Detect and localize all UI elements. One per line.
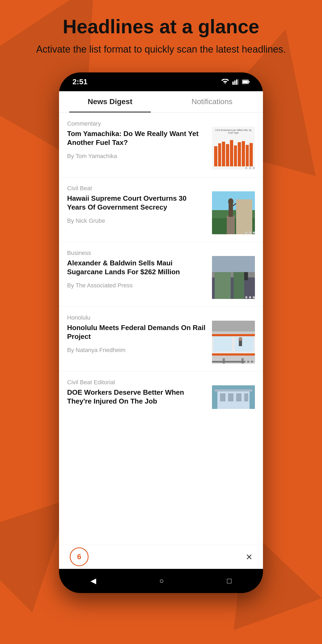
page-subtitle: Activate the list format to quickly scan… — [21, 43, 301, 56]
dot — [253, 167, 255, 169]
news-headline-3: Alexander & Baldwin Sells Maui Sugarcane… — [67, 259, 207, 277]
statue-svg — [212, 191, 255, 234]
dot — [249, 232, 251, 234]
chart-placeholder: CO2 Emissions per Million Btu, by Fuel T… — [212, 127, 255, 170]
doe-svg — [212, 385, 255, 409]
tab-news-digest[interactable]: News Digest — [59, 91, 161, 112]
more-dots-4[interactable] — [245, 361, 255, 363]
phone-device: 2:51 — [59, 72, 263, 593]
dot — [245, 232, 247, 234]
chart-bar — [242, 141, 245, 166]
chart-bar — [214, 146, 217, 166]
more-dots-3[interactable] — [245, 296, 255, 298]
dot — [253, 361, 255, 363]
news-category-5: Civil Beat Editorial — [67, 379, 207, 386]
dot — [245, 167, 247, 169]
news-item-2[interactable]: Civil Beat Hawaii Supreme Court Overturn… — [59, 177, 263, 242]
news-image-5 — [212, 385, 255, 409]
bottom-bar: 6 × — [59, 545, 263, 569]
dot — [249, 167, 251, 169]
news-image-2 — [212, 191, 255, 234]
news-text-1: Commentary Tom Yamachika: Do We Really W… — [67, 120, 207, 160]
chart-bar — [246, 145, 249, 166]
dot — [245, 361, 247, 363]
news-item-5[interactable]: Civil Beat Editorial DOE Workers Deserve… — [59, 371, 263, 409]
news-author-4: By Natanya Friedheim — [67, 347, 207, 354]
dot — [249, 361, 251, 363]
svg-rect-43 — [244, 393, 248, 401]
news-image-4 — [212, 321, 255, 364]
rail-svg — [212, 321, 255, 364]
svg-rect-5 — [249, 81, 250, 83]
news-author-3: By The Associated Press — [67, 282, 207, 289]
svg-rect-3 — [238, 79, 239, 85]
status-bar: 2:51 — [59, 72, 263, 91]
page-title: Headlines at a glance — [21, 16, 301, 37]
news-category-4: Honolulu — [67, 314, 207, 321]
chart-bar — [218, 143, 221, 166]
svg-rect-32 — [212, 353, 255, 356]
svg-rect-44 — [215, 389, 252, 391]
svg-rect-18 — [233, 272, 244, 299]
news-item-3[interactable]: Business Alexander & Baldwin Sells Maui … — [59, 242, 263, 307]
svg-point-37 — [239, 337, 242, 341]
svg-rect-0 — [232, 82, 234, 85]
back-button[interactable]: ◀ — [90, 576, 96, 585]
news-headline-2: Hawaii Supreme Court Overturns 30 Years … — [67, 194, 207, 212]
news-headline-5: DOE Workers Deserve Better When They're … — [67, 388, 207, 406]
svg-point-13 — [228, 198, 233, 205]
chart-bar — [230, 140, 233, 166]
status-time: 2:51 — [72, 78, 87, 86]
dot — [253, 296, 255, 298]
home-button[interactable]: ○ — [159, 577, 164, 585]
svg-rect-27 — [212, 321, 255, 331]
header-section: Headlines at a glance Activate the list … — [0, 0, 322, 67]
tab-notifications[interactable]: Notifications — [161, 91, 263, 112]
svg-rect-10 — [236, 199, 252, 234]
svg-rect-31 — [212, 334, 255, 336]
battery-icon — [242, 79, 250, 84]
notification-badge[interactable]: 6 — [70, 547, 89, 566]
status-icons — [221, 79, 250, 85]
news-headline-4: Honolulu Meets Federal Demands On Rail P… — [67, 323, 207, 342]
chart-bar — [250, 143, 253, 166]
news-text-2: Civil Beat Hawaii Supreme Court Overturn… — [67, 185, 207, 225]
tab-bar: News Digest Notifications — [59, 91, 263, 113]
industrial-image — [212, 256, 255, 299]
app-content: News Digest Notifications Commentary Tom… — [59, 91, 263, 569]
rail-image — [212, 321, 255, 364]
news-image-3 — [212, 256, 255, 299]
news-text-4: Honolulu Honolulu Meets Federal Demands … — [67, 314, 207, 354]
svg-rect-29 — [213, 335, 232, 352]
news-item-1[interactable]: Commentary Tom Yamachika: Do We Really W… — [59, 113, 263, 177]
more-dots-2[interactable] — [245, 232, 255, 234]
news-item-4[interactable]: Honolulu Honolulu Meets Federal Demands … — [59, 307, 263, 371]
chart-bar — [222, 142, 225, 166]
signal-icon — [232, 79, 239, 85]
svg-rect-30 — [235, 335, 254, 352]
news-text-5: Civil Beat Editorial DOE Workers Deserve… — [67, 379, 207, 409]
news-text-3: Business Alexander & Baldwin Sells Maui … — [67, 250, 207, 289]
statue-image — [212, 191, 255, 234]
phone-wrapper: 2:51 — [0, 72, 322, 593]
svg-rect-25 — [212, 256, 255, 272]
nav-bar: ◀ ○ □ — [59, 569, 263, 593]
chart-bar — [238, 142, 241, 166]
more-dots-1[interactable] — [245, 167, 255, 169]
recents-button[interactable]: □ — [227, 577, 232, 585]
svg-rect-42 — [236, 393, 241, 401]
svg-rect-2 — [236, 79, 237, 85]
wifi-icon — [221, 79, 229, 85]
dot — [253, 232, 255, 234]
news-author-2: By Nick Grube — [67, 217, 207, 224]
news-category-1: Commentary — [67, 120, 207, 127]
dot — [249, 296, 251, 298]
close-button[interactable]: × — [246, 551, 252, 563]
news-author-1: By Tom Yamachika — [67, 153, 207, 160]
dot — [245, 296, 247, 298]
svg-rect-11 — [227, 215, 235, 234]
svg-rect-40 — [220, 393, 225, 401]
doe-image — [212, 385, 255, 409]
svg-rect-6 — [243, 80, 248, 83]
chart-bar — [234, 145, 237, 166]
